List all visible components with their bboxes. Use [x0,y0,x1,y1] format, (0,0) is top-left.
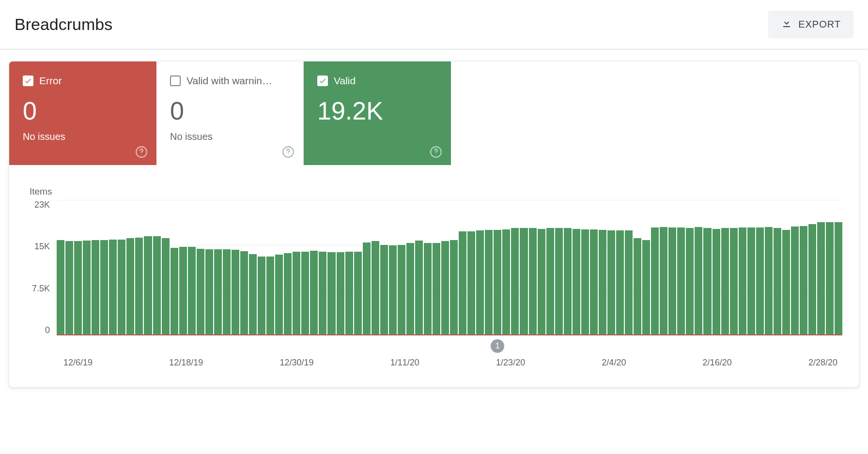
chart-bar[interactable] [424,243,432,335]
chart-bar[interactable] [170,248,178,335]
chart-bar[interactable] [459,231,466,335]
chart-bar[interactable] [520,228,527,335]
chart-bar[interactable] [223,249,231,335]
chart-bar[interactable] [179,247,187,335]
chart-bar[interactable] [695,227,702,335]
chart-bar[interactable] [590,229,598,335]
chart-bar[interactable] [415,241,423,335]
chart-bar[interactable] [92,240,99,335]
chart-bar[interactable] [573,229,580,335]
chart-bar[interactable] [651,227,659,335]
chart-bar[interactable] [546,228,554,335]
chart-bar[interactable] [398,245,405,335]
chart-bar[interactable] [240,251,248,335]
chart-bar[interactable] [581,229,589,335]
chart-bar[interactable] [153,236,161,335]
chart-bar[interactable] [677,227,685,335]
chart-bar[interactable] [642,240,650,335]
chart-bar[interactable] [564,228,572,335]
chart-bar[interactable] [337,252,344,335]
chart-bar[interactable] [476,230,484,335]
chart-bar[interactable] [354,252,362,335]
chart-bar[interactable] [57,240,64,335]
status-card-error[interactable]: Error 0 No issues [9,61,156,165]
chart-bar[interactable] [258,257,265,335]
chart-bar[interactable] [660,227,667,335]
chart-bar[interactable] [441,241,449,335]
chart-bar[interactable] [249,254,257,335]
chart-bar[interactable] [197,249,204,335]
help-icon[interactable] [135,146,148,158]
chart-bar[interactable] [511,228,519,335]
chart-bar[interactable] [144,236,152,335]
chart-bar[interactable] [380,245,388,335]
chart-bar[interactable] [389,245,397,335]
chart-bar[interactable] [739,227,746,335]
chart-bar[interactable] [774,228,781,335]
status-card-valid[interactable]: Valid 19.2K [304,61,451,165]
chart-bar[interactable] [372,241,379,335]
chart-bar[interactable] [835,222,842,335]
chart-bar[interactable] [363,242,371,335]
chart-bar[interactable] [327,252,335,335]
chart-bar[interactable] [808,224,816,335]
chart-bar[interactable] [756,227,764,335]
status-card-warning[interactable]: Valid with warnin… 0 No issues [156,61,304,165]
chart-bar[interactable] [109,240,117,335]
chart-bar[interactable] [826,222,834,335]
chart-bar[interactable] [467,231,475,335]
chart-bar[interactable] [529,228,537,335]
chart-bar[interactable] [74,241,82,335]
chart-bar[interactable] [232,250,239,335]
chart-bar[interactable] [634,238,641,335]
chart-bar[interactable] [284,253,292,335]
chart-bar[interactable] [703,228,711,335]
chart-bar[interactable] [293,252,300,335]
chart-bar[interactable] [319,252,326,335]
chart-bar[interactable] [126,238,134,335]
chart-bar[interactable] [538,229,545,335]
chart-bar[interactable] [730,228,738,335]
chart-bar[interactable] [301,252,309,335]
chart-bar[interactable] [747,227,755,335]
chart-bar[interactable] [485,230,493,335]
chart-bar[interactable] [599,230,606,335]
chart-bar[interactable] [65,241,73,335]
chart-bar[interactable] [607,230,615,335]
chart-bar[interactable] [205,249,213,335]
chart-bar[interactable] [817,222,825,335]
chart-bar[interactable] [310,251,318,335]
chart-bar[interactable] [83,241,91,335]
chart-bar[interactable] [275,255,283,335]
chart-plot[interactable]: 1 [57,200,842,335]
chart-bar[interactable] [450,240,458,335]
chart-bar[interactable] [713,229,720,335]
chart-bar[interactable] [765,227,773,335]
export-button[interactable]: EXPORT [768,11,853,38]
chart-bar[interactable] [494,230,501,335]
chart-annotation[interactable]: 1 [491,339,504,353]
help-icon[interactable] [430,146,442,158]
chart-bar[interactable] [188,247,196,335]
help-icon[interactable] [282,146,294,158]
chart-bar[interactable] [345,252,353,335]
chart-bar[interactable] [555,228,563,335]
chart-bar[interactable] [162,238,170,335]
chart-bar[interactable] [100,240,108,335]
chart-bar[interactable] [800,226,807,335]
chart-bar[interactable] [406,243,414,335]
status-label: Error [39,75,62,87]
chart-bar[interactable] [266,257,274,335]
chart-bar[interactable] [502,229,510,335]
chart-bar[interactable] [721,228,729,335]
chart-bar[interactable] [782,230,790,335]
chart-bar[interactable] [214,249,222,335]
chart-bar[interactable] [686,228,694,335]
chart-bar[interactable] [625,230,633,335]
chart-bar[interactable] [135,238,143,335]
chart-bar[interactable] [791,227,799,335]
chart-bar[interactable] [616,230,624,335]
chart-bar[interactable] [118,240,125,335]
chart-bar[interactable] [433,243,440,335]
chart-bar[interactable] [668,227,676,335]
